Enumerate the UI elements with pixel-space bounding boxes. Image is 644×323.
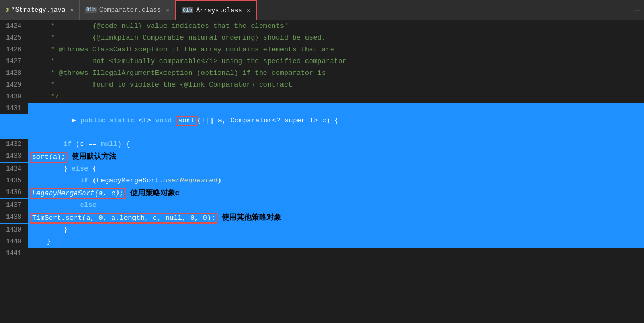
- code-line-1427: 1427 * not <i>mutually comparable</i> us…: [0, 56, 644, 67]
- line-number-1433: 1433: [0, 150, 28, 162]
- line-number-1426: 1426: [0, 44, 28, 56]
- code-area: 1424 * {@code null} value indicates that…: [0, 20, 644, 323]
- line-number-1435: 1435: [0, 175, 28, 187]
- line-content-1441: [28, 248, 644, 259]
- line-number-1427: 1427: [0, 56, 28, 67]
- tab-bar: J *Strategy.java ✕ 01b Comparator.class …: [0, 0, 644, 20]
- line-number-1424: 1424: [0, 20, 28, 32]
- line-number-1430: 1430: [0, 91, 28, 103]
- code-line-1425: 1425 * {@linkplain Comparable natural or…: [0, 32, 644, 44]
- line-content-1438: TimSort.sort(a, 0, a.length, c, null, 0,…: [28, 211, 644, 224]
- legacymergesort-token-box: LegacyMergeSort(a, c);: [30, 188, 126, 199]
- class-icon-comparator: 01b: [85, 7, 97, 13]
- code-line-1424: 1424 * {@code null} value indicates that…: [0, 20, 644, 32]
- line-content-1425: * {@linkplain Comparable natural orderin…: [28, 32, 644, 44]
- line-content-1434: } else {: [28, 163, 644, 175]
- code-line-1436: 1436 LegacyMergeSort(a, c);使用策略对象c: [0, 187, 644, 199]
- line-number-1434: 1434: [0, 163, 28, 175]
- tab-comparator[interactable]: 01b Comparator.class ✕: [80, 0, 175, 20]
- code-line-1433: 1433 sort(a);使用默认方法: [0, 150, 644, 163]
- line-number-1439: 1439: [0, 224, 28, 236]
- line-content-1432: if (c == null) {: [28, 139, 644, 150]
- tab-arrays-label: Arrays.class: [196, 7, 242, 14]
- line-number-1428: 1428: [0, 67, 28, 79]
- code-line-1438: 1438 TimSort.sort(a, 0, a.length, c, nul…: [0, 211, 644, 224]
- annotation-other-strategy: 使用其他策略对象: [222, 213, 281, 221]
- line-number-1437: 1437: [0, 199, 28, 211]
- code-line-1432: 1432 if (c == null) {: [0, 139, 644, 150]
- tab-arrays-close[interactable]: ✕: [247, 7, 250, 14]
- code-line-1437: 1437 else: [0, 199, 644, 211]
- tab-strategy-close[interactable]: ✕: [70, 6, 74, 13]
- code-line-1429: 1429 * found to violate the {@link Compa…: [0, 79, 644, 91]
- line-content-1427: * not <i>mutually comparable</i> using t…: [28, 56, 644, 67]
- annotation-strategy-obj: 使用策略对象c: [130, 188, 179, 197]
- code-line-1434: 1434 } else {: [0, 163, 644, 175]
- line-content-1430: */: [28, 91, 644, 103]
- code-line-1431: 1431 ▶ public static <T> void sort(T[] a…: [0, 103, 644, 139]
- java-icon: J: [5, 7, 9, 13]
- line-content-1440: }: [28, 236, 644, 248]
- code-line-1441: 1441: [0, 248, 644, 259]
- class-icon-arrays: 01b: [182, 7, 193, 13]
- line-number-1440: 1440: [0, 236, 28, 248]
- line-number-1429: 1429: [0, 79, 28, 91]
- line-number-1432: 1432: [0, 139, 28, 150]
- code-line-1428: 1428 * @throws IllegalArgumentException …: [0, 67, 644, 79]
- line-content-1424: * {@code null} value indicates that the …: [28, 20, 644, 32]
- line-content-1426: * @throws ClassCastException if the arra…: [28, 44, 644, 56]
- line-content-1439: }: [28, 224, 644, 236]
- tab-comparator-close[interactable]: ✕: [166, 6, 169, 13]
- code-line-1439: 1439 }: [0, 224, 644, 236]
- line-content-1431: ▶ public static <T> void sort(T[] a, Com…: [28, 103, 644, 139]
- code-line-1430: 1430 */: [0, 91, 644, 103]
- window-minimize[interactable]: —: [634, 5, 644, 15]
- line-content-1433: sort(a);使用默认方法: [28, 150, 644, 163]
- tab-comparator-label: Comparator.class: [99, 6, 161, 14]
- line-number-1436: 1436: [0, 187, 28, 198]
- line-number-1438: 1438: [0, 211, 28, 223]
- line-content-1435: if (LegacyMergeSort.userRequested): [28, 175, 644, 187]
- code-line-1435: 1435 if (LegacyMergeSort.userRequested): [0, 175, 644, 187]
- code-line-1426: 1426 * @throws ClassCastException if the…: [0, 44, 644, 56]
- tab-strategy-label: *Strategy.java: [12, 6, 66, 14]
- tab-strategy[interactable]: J *Strategy.java ✕: [0, 0, 80, 20]
- code-line-1440: 1440 }: [0, 236, 644, 248]
- line-content-1437: else: [28, 199, 644, 211]
- line-content-1436: LegacyMergeSort(a, c);使用策略对象c: [28, 187, 644, 199]
- sort-token-box: sort: [176, 116, 197, 126]
- line-number-1441: 1441: [0, 248, 28, 259]
- annotation-default-method: 使用默认方法: [72, 152, 116, 160]
- line-number-1425: 1425: [0, 32, 28, 44]
- sort-a-token-box: sort(a);: [30, 152, 67, 163]
- timsort-token-box: TimSort.sort(a, 0, a.length, c, null, 0,…: [30, 213, 217, 224]
- line-content-1428: * @throws IllegalArgumentException (opti…: [28, 67, 644, 79]
- line-number-1431: 1431: [0, 103, 28, 114]
- tab-arrays[interactable]: 01b Arrays.class ✕: [175, 0, 257, 20]
- line-content-1429: * found to violate the {@link Comparator…: [28, 79, 644, 91]
